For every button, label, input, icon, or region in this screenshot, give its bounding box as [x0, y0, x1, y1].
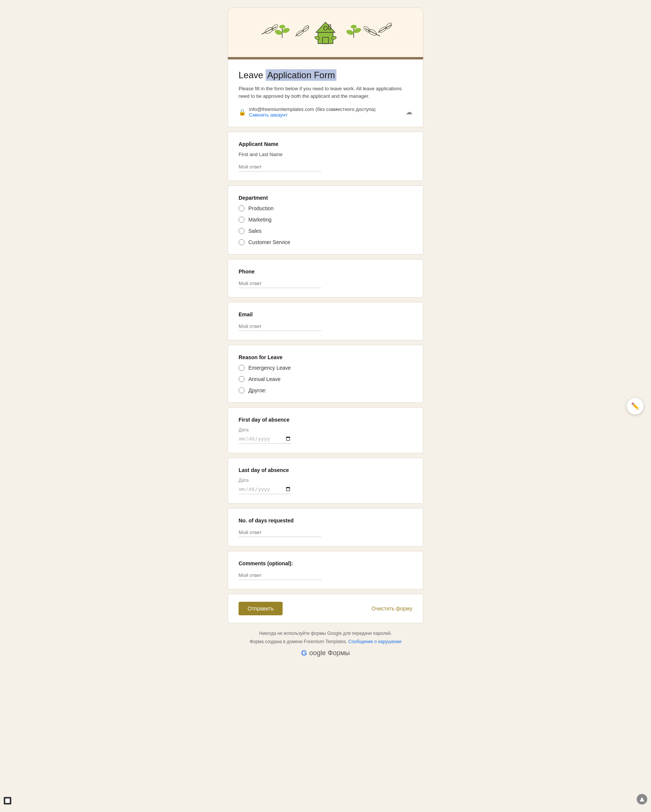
svg-point-6 — [279, 25, 285, 29]
svg-point-18 — [346, 29, 355, 36]
phone-label: Phone — [238, 269, 413, 275]
department-option-production[interactable]: Production — [238, 205, 413, 211]
department-radio-group: Production Marketing Sales Customer Serv… — [238, 205, 413, 245]
svg-line-24 — [378, 25, 391, 32]
applicant-name-section: Applicant Name First and Last Name — [228, 132, 423, 181]
form-header-card: Leave Application Form Please fill in th… — [228, 57, 423, 127]
comments-input[interactable] — [238, 571, 321, 580]
email-label: Email — [238, 311, 413, 317]
department-radio-sales[interactable] — [238, 228, 245, 234]
reason-option-annual[interactable]: Annual Leave — [238, 376, 413, 382]
reason-radio-other[interactable] — [238, 388, 245, 394]
bottom-right-svg — [639, 796, 645, 802]
last-day-sublabel: Дата — [238, 478, 413, 483]
report-link[interactable]: Сообщение о нарушении — [348, 639, 402, 644]
department-option-customer-service[interactable]: Customer Service — [238, 239, 413, 245]
google-forms-logo: G oogle Формы — [235, 649, 416, 658]
phone-input[interactable] — [238, 279, 321, 288]
department-option-marketing[interactable]: Marketing — [238, 217, 413, 223]
first-day-section: First day of absence Дата — [228, 407, 423, 453]
days-requested-section: No. of days requested — [228, 508, 423, 546]
department-label: Department — [238, 195, 413, 201]
form-description: Please fill in the form below if you nee… — [238, 85, 413, 100]
email-input[interactable] — [238, 322, 321, 331]
header-illustration — [258, 15, 393, 49]
switch-account-link[interactable]: Сменить аккаунт — [249, 112, 403, 118]
reason-option-emergency[interactable]: Emergency Leave — [238, 365, 413, 371]
header-illustration-card — [228, 8, 423, 57]
bottom-left-svg — [5, 798, 10, 803]
google-g-logo: G — [301, 649, 307, 658]
department-radio-production[interactable] — [238, 205, 245, 211]
first-day-wrapper: Дата — [238, 427, 413, 444]
department-radio-marketing[interactable] — [238, 217, 245, 223]
email-section: Email — [228, 302, 423, 340]
comments-label: Comments (optional): — [238, 560, 413, 566]
reason-radio-group: Emergency Leave Annual Leave Другое: — [238, 365, 413, 394]
reason-radio-annual[interactable] — [238, 376, 245, 382]
svg-line-7 — [295, 27, 309, 36]
footer-domain-info: Форма создана в домене Freemium Template… — [235, 639, 416, 644]
footer-warning: Никогда не используйте формы Google для … — [235, 631, 416, 636]
svg-rect-27 — [5, 798, 10, 803]
phone-section: Phone — [228, 259, 423, 298]
footer-actions: Отправить Очистить форму — [228, 594, 423, 623]
department-section: Department Production Marketing Sales Cu… — [228, 185, 423, 255]
shield-icon: 🔒 — [238, 109, 246, 116]
bottom-right-icon — [637, 794, 647, 804]
reason-option-other[interactable]: Другое: — [238, 388, 413, 394]
department-radio-customer-service[interactable] — [238, 239, 245, 245]
applicant-name-input[interactable] — [238, 162, 321, 171]
edit-fab-button[interactable]: ✏️ — [627, 398, 643, 414]
account-info: info@freemiumtemplates.com (без совместн… — [249, 107, 403, 118]
submit-button[interactable]: Отправить — [238, 602, 283, 615]
applicant-name-sublabel: First and Last Name — [238, 151, 413, 157]
comments-section: Comments (optional): — [228, 551, 423, 589]
svg-marker-11 — [316, 22, 335, 32]
account-email: info@freemiumtemplates.com (без совместн… — [249, 107, 376, 112]
bottom-left-icon — [4, 797, 11, 804]
applicant-name-label: Applicant Name — [238, 141, 413, 147]
last-day-wrapper: Дата — [238, 478, 413, 494]
decoration-svg — [258, 15, 393, 49]
reason-section: Reason for Leave Emergency Leave Annual … — [228, 345, 423, 403]
svg-point-20 — [351, 25, 357, 29]
first-day-input[interactable] — [238, 434, 291, 444]
first-day-sublabel: Дата — [238, 427, 413, 432]
account-row: 🔒 info@freemiumtemplates.com (без совмес… — [238, 107, 413, 118]
last-day-section: Last day of absence Дата — [228, 458, 423, 504]
cloud-icon: ☁ — [406, 108, 413, 116]
form-title: Leave Application Form — [238, 70, 413, 81]
days-requested-label: No. of days requested — [238, 517, 413, 524]
department-option-sales[interactable]: Sales — [238, 228, 413, 234]
google-forms-text: oogle Формы — [309, 649, 350, 657]
clear-form-link[interactable]: Очистить форму — [371, 606, 413, 612]
svg-point-4 — [274, 29, 283, 36]
reason-label: Reason for Leave — [238, 354, 413, 360]
reason-radio-emergency[interactable] — [238, 365, 245, 371]
last-day-label: Last day of absence — [238, 467, 413, 473]
google-footer: Никогда не используйте формы Google для … — [228, 631, 423, 658]
last-day-input[interactable] — [238, 484, 291, 494]
days-requested-input[interactable] — [238, 528, 321, 537]
first-day-label: First day of absence — [238, 417, 413, 423]
svg-rect-10 — [318, 32, 333, 44]
